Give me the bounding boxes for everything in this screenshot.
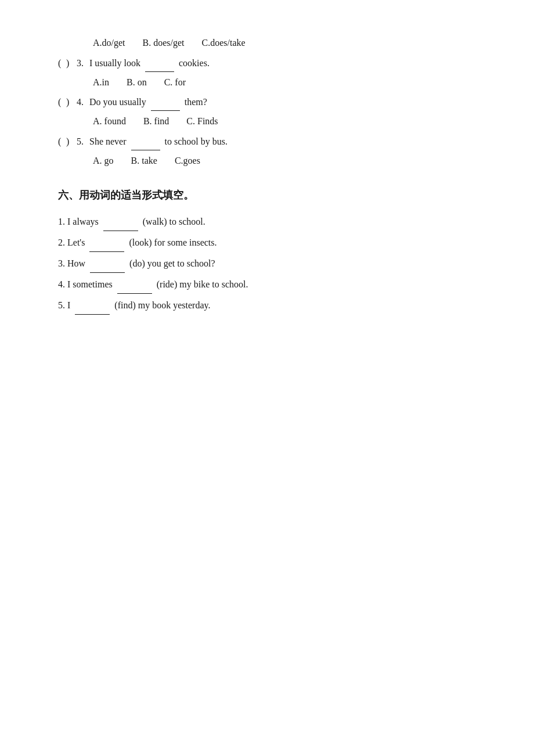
- fill-number-1: 1.: [58, 217, 65, 226]
- fill-blank-5: [75, 314, 110, 315]
- fill-text-after-1: to school.: [169, 217, 205, 226]
- fill-item-2: 2. Let's (look) for some insects.: [58, 233, 488, 252]
- mc-options-row-4: A. found B. find C. Finds: [93, 113, 488, 130]
- mc-option-4b: B. find: [143, 113, 169, 130]
- mc-option-2b: B. does/get: [143, 35, 185, 52]
- fill-blank-2: [89, 251, 124, 252]
- fill-number-3: 3.: [58, 258, 65, 268]
- mc-text-before-3: I usually look: [89, 58, 140, 68]
- mc-text-before-5: She never: [89, 136, 127, 146]
- fill-text-before-2: Let's: [67, 237, 85, 247]
- mc-text-5: She never to school by bus.: [89, 134, 488, 150]
- mc-option-5b: B. take: [131, 153, 157, 170]
- paren-left-4: (: [58, 94, 66, 111]
- fill-hint-1: (walk): [143, 217, 167, 226]
- fill-item-4: 4. I sometimes (ride) my bike to school.: [58, 275, 488, 294]
- fill-blank-3: [90, 272, 125, 273]
- mc-number-3: 3.: [77, 55, 89, 72]
- mc-option-3b: B. on: [127, 74, 147, 91]
- mc-blank-5: [131, 150, 160, 150]
- fill-item-5: 5. I (find) my book yesterday.: [58, 296, 488, 315]
- mc-row-3: ( ) 3. I usually look cookies.: [58, 55, 488, 72]
- fill-text-after-3: you get to school?: [147, 258, 215, 268]
- mc-blank-3: [145, 71, 174, 72]
- mc-option-3a: A.in: [93, 74, 109, 91]
- mc-number-4: 4.: [77, 94, 89, 111]
- fill-blank-4: [117, 293, 152, 294]
- mc-number-5: 5.: [77, 134, 89, 150]
- fill-hint-4: (ride): [157, 279, 178, 289]
- fill-hint-5: (find): [114, 300, 135, 310]
- fill-number-4: 4.: [58, 279, 65, 289]
- fill-hint-2: (look): [129, 237, 151, 247]
- fill-in-blanks-section: 六、用动词的适当形式填空。 1. I always (walk) to scho…: [58, 188, 488, 315]
- mc-options-row-2: A.do/get B. does/get C.does/take: [93, 35, 488, 52]
- mc-text-after-3: cookies.: [179, 58, 210, 68]
- mc-option-4c: C. Finds: [186, 113, 218, 130]
- fill-item-1: 1. I always (walk) to school.: [58, 213, 488, 231]
- mc-text-after-5: to school by bus.: [165, 136, 228, 146]
- fill-item-3: 3. How (do) you get to school?: [58, 254, 488, 273]
- paren-right-3: ): [66, 55, 77, 72]
- mc-option-4a: A. found: [93, 113, 126, 130]
- fill-text-before-3: How: [67, 258, 85, 268]
- mc-blank-4: [151, 110, 180, 111]
- paren-left-5: (: [58, 134, 66, 150]
- mc-text-before-4: Do you usually: [89, 97, 146, 107]
- mc-options-row-3: A.in B. on C. for: [93, 74, 488, 91]
- fill-text-before-5: I: [67, 300, 70, 310]
- mc-option-5a: A. go: [93, 153, 114, 170]
- mc-option-2c: C.does/take: [202, 35, 246, 52]
- fill-text-before-1: I always: [67, 217, 99, 226]
- fill-number-5: 5.: [58, 300, 65, 310]
- fill-hint-3: (do): [129, 258, 145, 268]
- mc-option-3c: C. for: [164, 74, 186, 91]
- mc-options-row-5: A. go B. take C.goes: [93, 153, 488, 170]
- mc-option-5c: C.goes: [175, 153, 200, 170]
- section-heading: 六、用动词的适当形式填空。: [58, 188, 488, 202]
- fill-text-after-2: for some insects.: [154, 237, 217, 247]
- mc-row-4: ( ) 4. Do you usually them?: [58, 94, 488, 111]
- paren-right-5: ): [66, 134, 77, 150]
- multiple-choice-section: A.do/get B. does/get C.does/take ( ) 3. …: [58, 35, 488, 170]
- fill-number-2: 2.: [58, 237, 65, 247]
- mc-text-3: I usually look cookies.: [89, 55, 488, 72]
- mc-text-after-4: them?: [185, 97, 207, 107]
- paren-left-3: (: [58, 55, 66, 72]
- paren-right-4: ): [66, 94, 77, 111]
- mc-text-4: Do you usually them?: [89, 94, 488, 111]
- fill-text-after-4: my bike to school.: [179, 279, 248, 289]
- mc-option-2a: A.do/get: [93, 35, 125, 52]
- fill-text-after-5: my book yesterday.: [138, 300, 211, 310]
- fill-blank-1: [103, 231, 138, 231]
- fill-text-before-4: I sometimes: [67, 279, 113, 289]
- mc-row-5: ( ) 5. She never to school by bus.: [58, 134, 488, 150]
